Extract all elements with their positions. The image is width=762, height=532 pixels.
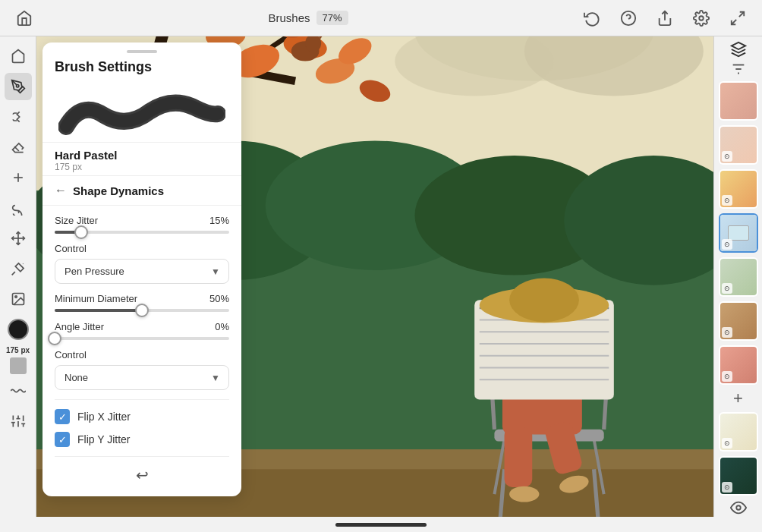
layer-thumb-3[interactable]: ⊙ — [719, 169, 758, 209]
layer-icon-7: ⊙ — [722, 371, 732, 382]
layer-thumb-6[interactable]: ⊙ — [719, 301, 758, 341]
eyedropper-tool-btn[interactable] — [5, 255, 32, 282]
filters-icon-btn[interactable] — [725, 61, 752, 77]
min-diameter-row: Minimum Diameter 50% — [55, 293, 229, 312]
settings-button[interactable] — [689, 6, 713, 30]
brush-name: Hard Pastel — [55, 149, 229, 162]
layer-thumb-1[interactable] — [719, 81, 758, 121]
angle-jitter-row: Angle Jitter 0% — [55, 321, 229, 340]
svg-point-69 — [509, 486, 539, 502]
top-bar-right — [580, 6, 750, 30]
panel-title: Brush Settings — [43, 59, 241, 81]
svg-point-12 — [14, 296, 16, 298]
angle-jitter-thumb[interactable] — [48, 332, 61, 345]
top-bar-left — [12, 6, 36, 30]
min-diameter-value: 50% — [209, 293, 229, 304]
panel-undo-button[interactable]: ↩ — [136, 466, 149, 484]
size-jitter-row: Size Jitter 15% — [55, 215, 229, 234]
color-picker-btn[interactable] — [8, 319, 29, 340]
layer-icon-6: ⊙ — [722, 327, 732, 338]
control-section-2: Control None Pen Pressure Pen Tilt Stylu… — [55, 349, 229, 390]
bottom-bar — [0, 517, 762, 532]
help-button[interactable] — [616, 6, 641, 30]
transform-tool-btn[interactable] — [5, 225, 32, 252]
size-jitter-label: Size Jitter — [55, 215, 98, 226]
layer-thumb-9[interactable]: ⊙ — [719, 456, 758, 496]
control-section-1: Control Pen Pressure None Pen Tilt Stylu… — [55, 243, 229, 284]
zoom-level[interactable]: 77% — [316, 11, 348, 25]
layer-thumb-5[interactable]: ⊙ — [719, 257, 758, 297]
panel-footer: ↩ — [55, 456, 229, 484]
canvas-area[interactable]: Brush Settings Hard Pastel 175 px ← Shap… — [36, 36, 713, 517]
layer-icon-2: ⊙ — [722, 151, 732, 162]
panel-content: Size Jitter 15% Control Pen Pressure No — [43, 215, 241, 484]
adjust-tool-btn[interactable] — [5, 408, 32, 435]
size-jitter-thumb[interactable] — [74, 225, 88, 239]
wave-tool-btn[interactable] — [5, 377, 32, 405]
add-layer-btn[interactable]: + — [725, 389, 752, 408]
smudge-tool-btn[interactable] — [5, 103, 32, 131]
back-button[interactable]: ← — [55, 184, 67, 197]
angle-jitter-track[interactable] — [55, 337, 229, 340]
flip-x-checkbox[interactable]: ✓ — [55, 409, 70, 424]
layer-icon-3: ⊙ — [722, 195, 732, 206]
control-label-1: Control — [55, 243, 229, 254]
brush-settings-panel: Brush Settings Hard Pastel 175 px ← Shap… — [43, 42, 241, 496]
min-diameter-label: Minimum Diameter — [55, 293, 137, 304]
flip-x-label: Flip X Jitter — [77, 411, 131, 423]
svg-line-5 — [732, 19, 736, 24]
opacity-btn[interactable] — [10, 357, 27, 374]
size-jitter-track[interactable] — [55, 231, 229, 234]
pen-pressure-wrapper: Pen Pressure None Pen Tilt Stylus Wheel … — [55, 259, 229, 284]
selection-tool-btn[interactable] — [5, 164, 32, 191]
panel-handle[interactable] — [127, 50, 157, 53]
pen-pressure-select[interactable]: Pen Pressure None Pen Tilt Stylus Wheel — [55, 259, 229, 284]
main-area: 175 px — [0, 36, 762, 517]
section-header: ← Shape Dynamics — [43, 175, 241, 206]
brushes-title: Brushes — [268, 11, 310, 24]
min-diameter-track[interactable] — [55, 309, 229, 312]
top-bar: Brushes 77% — [0, 0, 762, 36]
layer-thumb-4[interactable]: ⊙ — [719, 213, 758, 253]
home-button[interactable] — [12, 6, 36, 30]
eraser-tool-btn[interactable] — [5, 134, 32, 161]
svg-point-75 — [736, 505, 741, 510]
undo-button[interactable] — [580, 6, 604, 30]
right-panel: ⊙ ⊙ ⊙ ⊙ ⊙ ⊙ + ⊙ — [713, 36, 762, 517]
control-label-2: Control — [55, 349, 229, 360]
lasso-tool-btn[interactable] — [5, 194, 32, 222]
none-select-wrapper: None Pen Pressure Pen Tilt Stylus Wheel … — [55, 365, 229, 390]
photo-tool-btn[interactable] — [5, 285, 32, 313]
min-diameter-thumb[interactable] — [135, 304, 149, 317]
svg-rect-67 — [505, 427, 533, 487]
eye-btn[interactable] — [725, 499, 752, 516]
left-toolbar: 175 px — [0, 36, 36, 517]
layer-thumb-8[interactable]: ⊙ — [719, 412, 758, 452]
flip-x-row: ✓ Flip X Jitter — [55, 409, 229, 424]
flip-y-row: ✓ Flip Y Jitter — [55, 432, 229, 447]
brush-tool-btn[interactable] — [5, 73, 32, 100]
flip-y-label: Flip Y Jitter — [77, 433, 131, 445]
home-indicator — [335, 523, 427, 527]
svg-line-4 — [739, 11, 744, 16]
layer-thumb-7[interactable]: ⊙ — [719, 345, 758, 385]
divider — [55, 399, 229, 400]
layers-icon-btn[interactable] — [725, 41, 752, 58]
size-display: 175 px — [6, 346, 30, 354]
layer-icon-4: ⊙ — [722, 239, 732, 250]
svg-point-6 — [16, 85, 18, 87]
none-select[interactable]: None Pen Pressure Pen Tilt Stylus Wheel — [55, 365, 229, 390]
flip-y-checkbox[interactable]: ✓ — [55, 432, 70, 447]
layer-icon-8: ⊙ — [722, 438, 732, 449]
share-button[interactable] — [653, 6, 677, 30]
top-bar-center: Brushes 77% — [268, 11, 348, 25]
angle-jitter-value: 0% — [215, 321, 229, 332]
layer-thumb-2[interactable]: ⊙ — [719, 125, 758, 165]
brush-name-row: Hard Pastel 175 px — [43, 142, 241, 175]
svg-marker-71 — [731, 42, 745, 49]
brush-preview — [43, 81, 241, 142]
fullscreen-button[interactable] — [726, 6, 750, 30]
section-title: Shape Dynamics — [73, 184, 164, 197]
home-toolbar-btn[interactable] — [5, 42, 32, 70]
layer-icon-9: ⊙ — [722, 482, 732, 493]
